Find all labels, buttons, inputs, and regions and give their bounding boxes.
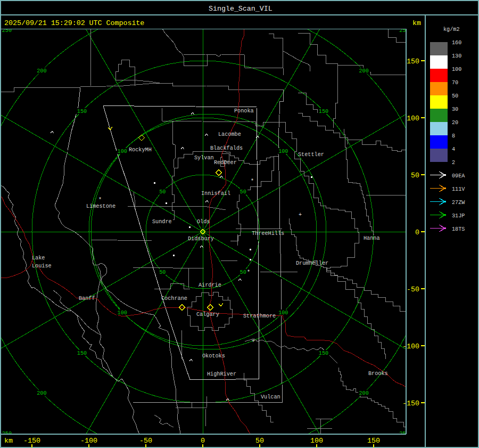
svg-text:200: 200	[359, 68, 368, 74]
svg-text:160: 160	[452, 40, 461, 46]
svg-text:Cochrane: Cochrane	[161, 296, 187, 302]
svg-text:RockyMH: RockyMH	[129, 147, 152, 153]
svg-text:ThreeHills: ThreeHills	[252, 231, 284, 237]
svg-text:2025/09/21 15:29:02 UTC Compos: 2025/09/21 15:29:02 UTC Composite	[4, 19, 144, 27]
svg-text:-100: -100	[402, 343, 419, 351]
svg-text:130: 130	[452, 53, 461, 59]
svg-text:-50: -50	[139, 437, 152, 445]
svg-text:+: +	[252, 338, 255, 344]
svg-text:RedDeer: RedDeer	[214, 160, 237, 166]
svg-text:31JP: 31JP	[452, 213, 465, 219]
svg-text:Lacombe: Lacombe	[218, 132, 241, 137]
svg-text:50: 50	[240, 189, 246, 195]
svg-text:150: 150	[77, 109, 87, 115]
svg-text:100: 100	[407, 115, 419, 123]
svg-text:Brooks: Brooks	[368, 371, 388, 377]
svg-text:Strathmore: Strathmore	[243, 313, 276, 319]
svg-text:100: 100	[310, 437, 323, 445]
svg-text:km: km	[412, 19, 421, 27]
svg-text:2: 2	[452, 160, 455, 166]
svg-text:Limestone: Limestone	[86, 203, 115, 209]
svg-text:Blackfalds: Blackfalds	[210, 145, 243, 151]
svg-text:50: 50	[411, 172, 419, 180]
svg-text:100: 100	[452, 67, 461, 72]
svg-text:Airdrie: Airdrie	[199, 282, 221, 288]
svg-text:kg/m2: kg/m2	[443, 27, 460, 32]
svg-text:Stettler: Stettler	[298, 152, 324, 158]
svg-text:150: 150	[367, 437, 380, 445]
svg-text:27ZW: 27ZW	[452, 200, 465, 206]
svg-text:+: +	[299, 212, 302, 218]
svg-text:100: 100	[278, 310, 288, 316]
svg-text:0: 0	[201, 437, 205, 445]
svg-text:*: *	[247, 270, 250, 275]
svg-text:09EA: 09EA	[452, 173, 465, 179]
svg-text:150: 150	[319, 351, 328, 356]
svg-text:30: 30	[452, 107, 458, 112]
svg-text:-100: -100	[80, 437, 97, 445]
svg-text:50: 50	[452, 93, 458, 99]
svg-text:Drumheller: Drumheller	[296, 260, 328, 266]
svg-text:Hanna: Hanna	[364, 235, 380, 241]
svg-text:Louise: Louise	[32, 263, 52, 269]
svg-text:Okotoks: Okotoks	[202, 353, 225, 359]
svg-text:50: 50	[159, 270, 166, 275]
svg-text:Calgary: Calgary	[196, 312, 219, 317]
svg-text:50: 50	[159, 189, 166, 195]
svg-text:150: 150	[407, 58, 419, 66]
svg-text:70: 70	[452, 80, 458, 86]
svg-text:20: 20	[452, 120, 458, 126]
svg-text:*: *	[98, 197, 102, 203]
svg-text:-150: -150	[402, 400, 419, 408]
svg-text:-150: -150	[23, 437, 40, 445]
svg-text:Olds: Olds	[197, 219, 210, 225]
svg-text:Lake: Lake	[32, 255, 45, 261]
svg-text:200: 200	[37, 68, 46, 74]
svg-text:150: 150	[319, 109, 328, 115]
svg-text:8: 8	[452, 133, 455, 139]
svg-text:Banff: Banff	[79, 296, 95, 302]
svg-text:4: 4	[452, 146, 455, 152]
svg-text:Ponoka: Ponoka	[234, 108, 254, 114]
svg-text:111V: 111V	[452, 186, 465, 192]
svg-text:100: 100	[278, 149, 288, 154]
svg-text:200: 200	[359, 390, 368, 396]
svg-text:*: *	[251, 178, 254, 184]
svg-text:50: 50	[255, 437, 264, 445]
svg-text:HighRiver: HighRiver	[207, 371, 236, 377]
svg-text:18TS: 18TS	[452, 226, 465, 232]
svg-text:Vulcan: Vulcan	[261, 394, 280, 400]
svg-text:Didsbury: Didsbury	[188, 236, 214, 242]
svg-text:100: 100	[118, 149, 127, 154]
svg-text:km: km	[4, 437, 13, 445]
svg-text:50: 50	[240, 270, 246, 275]
svg-text:Single_Scan_VIL: Single_Scan_VIL	[209, 5, 272, 13]
svg-text:Sundre: Sundre	[152, 219, 172, 225]
svg-text:200: 200	[37, 390, 46, 396]
svg-text:100: 100	[118, 310, 127, 316]
svg-text:0: 0	[415, 229, 419, 237]
svg-text:Innisfail: Innisfail	[201, 191, 230, 197]
svg-text:-50: -50	[407, 286, 419, 294]
svg-text:150: 150	[77, 351, 87, 356]
svg-text:Sylvan: Sylvan	[194, 155, 214, 161]
